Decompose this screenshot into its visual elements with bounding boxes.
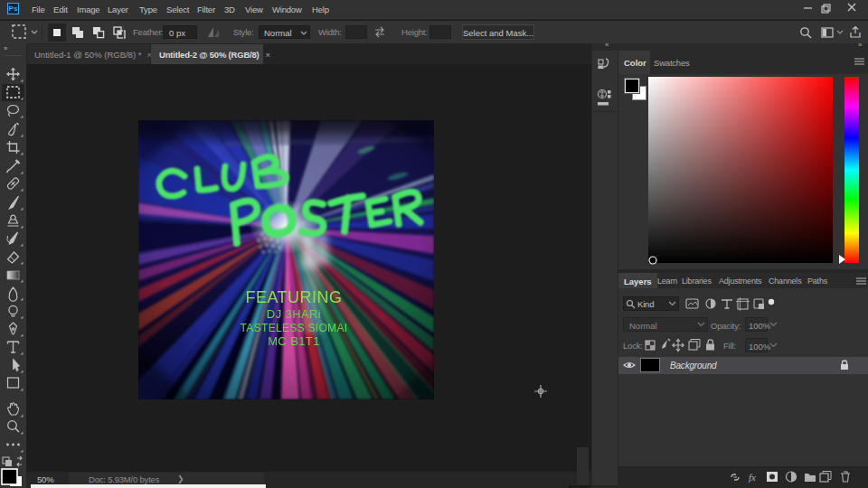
svg-text:MC B1T1: MC B1T1 [268, 334, 320, 348]
svg-text:TASTELESS SIOMAI: TASTELESS SIOMAI [241, 322, 348, 334]
svg-text:FEATURING: FEATURING [245, 288, 342, 306]
svg-text:fx: fx [749, 472, 756, 483]
svg-text:DJ 3HARi: DJ 3HARi [267, 307, 321, 321]
